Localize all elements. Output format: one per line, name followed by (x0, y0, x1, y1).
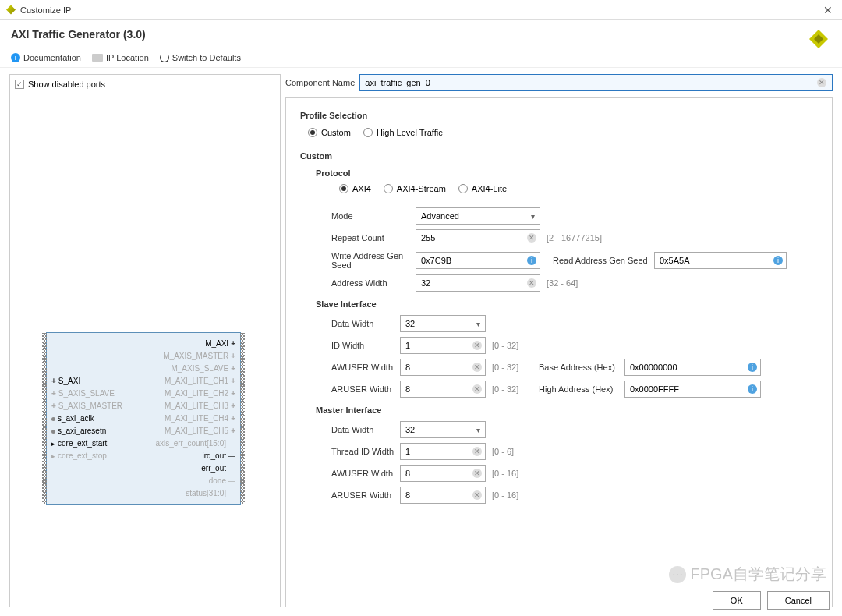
port-row: ▸core_ext_stopirq_out— (47, 450, 240, 462)
port-label: axis_err_count[15:0] (155, 438, 226, 449)
port-label: done (209, 476, 226, 487)
port-label: core_ext_start (58, 438, 107, 449)
cancel-button[interactable]: Cancel (767, 591, 830, 610)
page-title: AXI Traffic Generator (3.0) (11, 28, 146, 41)
ports-panel: ✓ Show disabled ports M_AXI+M_AXIS_MASTE… (9, 74, 281, 607)
read-seed-input[interactable] (654, 252, 787, 269)
slave-idwidth-label: ID Width (331, 341, 400, 350)
port-label: M_AXI (205, 338, 228, 349)
repeat-count-label: Repeat Count (331, 233, 416, 243)
protocol-title: Protocol (316, 168, 818, 178)
clear-icon[interactable]: ✕ (527, 233, 536, 243)
slave-idwidth-hint: [0 - 32] (492, 341, 518, 350)
clear-icon[interactable]: ✕ (817, 78, 826, 87)
profile-highlevel-radio[interactable]: High Level Traffic (363, 128, 443, 137)
port-label: s_axi_aresetn (58, 426, 106, 437)
port-label: M_AXI_LITE_CH2 (165, 388, 228, 399)
slave-awuser-label: AWUSER Width (331, 363, 400, 372)
dialog-footer: OK Cancel (713, 591, 830, 610)
addr-width-input[interactable] (416, 274, 540, 292)
radio-icon (384, 184, 393, 193)
port-label: M_AXI_LITE_CH5 (165, 426, 228, 437)
port-label: S_AXI (58, 376, 80, 387)
folder-icon (92, 54, 103, 62)
port-label: S_AXIS_MASTER (58, 401, 122, 412)
checkbox-icon: ✓ (15, 80, 24, 89)
close-icon[interactable]: ✕ (820, 4, 836, 16)
master-aruser-label: ARUSER Width (331, 490, 400, 500)
xilinx-logo-icon (6, 5, 16, 15)
profile-custom-radio[interactable]: Custom (308, 128, 351, 137)
addr-width-label: Address Width (331, 278, 416, 288)
slave-datawidth-select[interactable]: 32 (400, 315, 486, 332)
info-icon: i (748, 384, 757, 394)
protocol-axi4stream-radio[interactable]: AXI4-Stream (384, 184, 446, 193)
master-datawidth-label: Data Width (331, 425, 400, 434)
port-row: err_out— (47, 462, 240, 475)
port-label: M_AXI_LITE_CH1 (165, 376, 228, 387)
port-label: irq_out (202, 451, 226, 462)
ip-block-diagram: M_AXI+M_AXIS_MASTER+M_AXIS_SLAVE++S_AXIM… (46, 332, 241, 505)
hatch-decoration (42, 333, 47, 504)
slave-awuser-hint: [0 - 32] (492, 363, 526, 372)
port-row: +S_AXIS_MASTERM_AXI_LITE_CH3+ (47, 400, 240, 412)
info-icon: i (11, 53, 20, 62)
protocol-radio-group: AXI4 AXI4-Stream AXI4-Lite (339, 184, 818, 193)
switch-defaults-link[interactable]: Switch to Defaults (160, 53, 241, 62)
component-name-label: Component Name (285, 78, 355, 87)
config-panel: Component Name ✕ Profile Selection Custo… (285, 74, 833, 607)
port-row: s_axi_aclkM_AXI_LITE_CH4+ (47, 412, 240, 425)
slave-aruser-hint: [0 - 32] (492, 384, 526, 394)
port-row: status[31:0]— (47, 487, 240, 500)
profile-radio-group: Custom High Level Traffic (308, 128, 818, 137)
ip-location-link[interactable]: IP Location (92, 53, 149, 62)
master-threadid-hint: [0 - 6] (492, 447, 514, 456)
radio-icon (458, 184, 468, 193)
slave-title: Slave Interface (316, 299, 818, 309)
info-icon: i (773, 256, 783, 265)
repeat-count-input[interactable] (416, 229, 540, 246)
documentation-link[interactable]: i Documentation (11, 53, 81, 62)
high-addr-input[interactable] (624, 381, 761, 398)
show-disabled-checkbox[interactable]: ✓ Show disabled ports (15, 80, 275, 89)
port-label: M_AXI_LITE_CH4 (165, 413, 228, 424)
ok-button[interactable]: OK (713, 591, 761, 610)
mode-select[interactable]: Advanced (416, 207, 540, 225)
info-icon: i (527, 256, 536, 265)
addr-width-hint: [32 - 64] (547, 278, 578, 288)
port-label: M_AXI_LITE_CH3 (165, 401, 228, 412)
master-awuser-hint: [0 - 16] (492, 469, 518, 478)
master-datawidth-select[interactable]: 32 (400, 421, 486, 438)
port-row: M_AXIS_SLAVE+ (47, 363, 240, 375)
clear-icon[interactable]: ✕ (472, 447, 482, 456)
port-label: err_out (201, 463, 226, 474)
port-row: ▸core_ext_startaxis_err_count[15:0]— (47, 437, 240, 450)
component-name-input[interactable] (359, 74, 833, 91)
protocol-axi4-radio[interactable]: AXI4 (339, 184, 371, 193)
clear-icon[interactable]: ✕ (472, 341, 482, 350)
clear-icon[interactable]: ✕ (472, 490, 482, 500)
repeat-hint: [2 - 16777215] (547, 233, 602, 243)
master-threadid-label: Thread ID Width (331, 447, 400, 456)
clear-icon[interactable]: ✕ (527, 278, 536, 288)
port-label: status[31:0] (186, 488, 226, 499)
title-bar: Customize IP ✕ (0, 0, 842, 20)
high-addr-label: High Address (Hex) (539, 384, 624, 394)
clear-icon[interactable]: ✕ (472, 384, 482, 394)
write-seed-label: Write Address Gen Seed (331, 251, 416, 270)
base-addr-input[interactable] (624, 359, 761, 376)
hatch-decoration (240, 333, 245, 504)
write-seed-input[interactable] (416, 252, 540, 269)
slave-datawidth-label: Data Width (331, 319, 400, 328)
info-icon: i (748, 363, 757, 372)
port-row: +S_AXIS_SLAVEM_AXI_LITE_CH2+ (47, 388, 240, 400)
clear-icon[interactable]: ✕ (472, 363, 482, 372)
protocol-axi4lite-radio[interactable]: AXI4-Lite (458, 184, 507, 193)
slave-aruser-label: ARUSER Width (331, 384, 400, 394)
master-awuser-label: AWUSER Width (331, 469, 400, 478)
radio-icon (363, 128, 373, 137)
port-row: s_axi_aresetnM_AXI_LITE_CH5+ (47, 425, 240, 437)
master-title: Master Interface (316, 405, 818, 415)
page-header: AXI Traffic Generator (3.0) (0, 20, 842, 48)
clear-icon[interactable]: ✕ (472, 469, 482, 478)
